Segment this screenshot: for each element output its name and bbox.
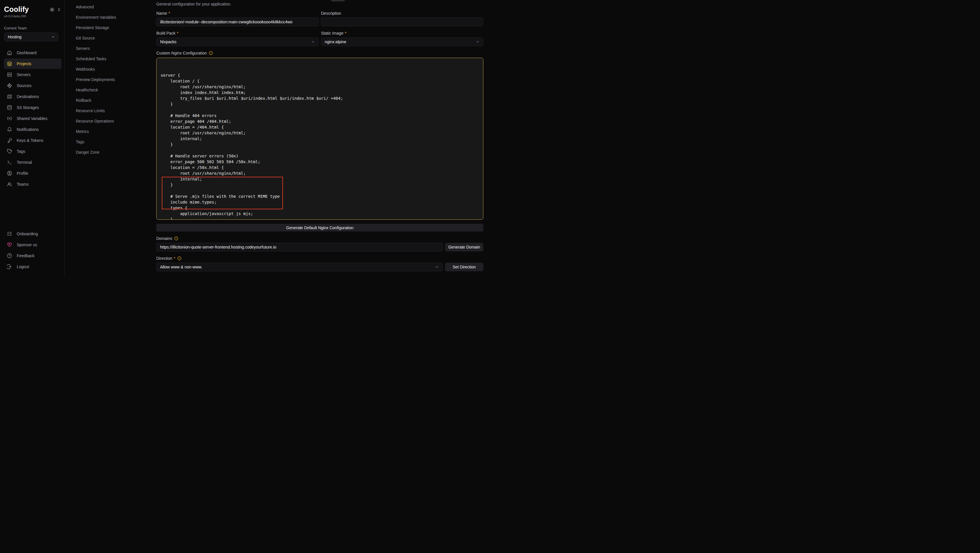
sidebar-nav: DashboardProjectsServersSourcesDestinati… [4,48,61,190]
tag-icon [7,149,12,154]
settings-nav-item-persistent-storage[interactable]: Persistent Storage [76,22,144,33]
team-select[interactable]: Hosting [4,33,58,41]
chevron-down-icon [476,40,480,44]
settings-nav-item-resource-operations[interactable]: Resource Operations [76,116,144,126]
chevron-down-icon [311,40,315,44]
settings-nav-item-servers[interactable]: Servers [76,43,144,54]
static-image-select[interactable]: nginx:alpine [321,38,484,46]
key-icon [7,138,12,143]
theme-sun-icon[interactable] [49,7,54,12]
brand-row: Coolify [4,5,61,14]
settings-nav-item-tags[interactable]: Tags [76,137,144,147]
sidebar-item-label: Profile [17,171,28,176]
settings-nav-item-resource-limits[interactable]: Resource Limits [76,105,144,116]
sidebar-item-sources[interactable]: Sources [4,81,61,91]
git-branch-icon [7,83,12,88]
sidebar-item-label: Feedback [17,253,34,258]
code-line: error_page 500 502 503 504 /50x.html; [161,159,479,165]
sidebar-item-label: Logout [17,264,29,269]
sidebar-item-label: Onboarding [17,232,38,236]
chevron-up-down-icon[interactable] [57,8,61,11]
required-asterisk: * [177,31,178,35]
sidebar: Coolify v4.0.0-beta.399 Current Team Hos… [0,0,65,276]
sidebar-item-terminal[interactable]: Terminal [4,157,61,167]
variable-icon [7,116,12,121]
domains-label: Domains [156,236,484,241]
layers-icon [7,61,12,66]
sidebar-item-shared-variables[interactable]: Shared Variables [4,113,61,124]
code-line: location / { [161,78,479,84]
sidebar-item-teams[interactable]: Teams [4,179,61,189]
build-pack-select[interactable]: Nixpacks [156,38,319,46]
settings-nav-item-git-source[interactable]: Git Source [76,33,144,43]
user-circle-icon [7,171,12,176]
code-line: internal; [161,176,479,182]
settings-nav-item-preview-deployments[interactable]: Preview Deployments [76,75,144,85]
sidebar-item-label: Notifications [17,127,39,132]
sidebar-item-label: Shared Variables [17,116,47,121]
sidebar-item-feedback[interactable]: Feedback [4,251,61,261]
sidebar-item-label: Servers [17,72,30,77]
direction-value: Allow www & non-www. [160,265,202,269]
sidebar-item-label: Destinations [17,94,39,99]
code-line: types { [161,205,479,211]
code-line: root /usr/share/nginx/html; [161,84,479,90]
settings-nav-item-healthcheck[interactable]: Healthcheck [76,85,144,95]
nginx-config-textarea[interactable]: server { location / { root /usr/share/ng… [156,58,484,220]
sidebar-item-logout[interactable]: Logout [4,262,61,272]
sidebar-item-projects[interactable]: Projects [4,59,61,69]
description-input[interactable] [321,17,484,26]
sidebar-item-label: Teams [17,182,29,186]
code-line: index index.html index.htm; [161,90,479,95]
sidebar-item-keys-tokens[interactable]: Keys & Tokens [4,135,61,146]
sidebar-item-sponsor-us[interactable]: Sponsor us [4,240,61,250]
name-input[interactable] [156,17,319,26]
code-line: include mime.types; [161,199,479,205]
sidebar-item-notifications[interactable]: Notifications [4,124,61,135]
required-asterisk: * [169,11,170,16]
info-icon[interactable] [177,256,181,261]
generate-domain-button[interactable]: Generate Domain [445,243,484,251]
code-line: application/javascript js mjs; [161,211,479,216]
direction-select[interactable]: Allow www & non-www. [156,263,443,271]
terminal-icon [7,160,12,165]
users-icon [7,182,12,187]
logout-icon [7,264,12,269]
sidebar-item-dashboard[interactable]: Dashboard [4,48,61,58]
sidebar-item-destinations[interactable]: Destinations [4,91,61,102]
team-select-value: Hosting [8,35,21,39]
sidebar-item-servers[interactable]: Servers [4,70,61,80]
code-line [161,147,479,153]
sidebar-footer-nav: OnboardingSponsor usFeedbackLogout [4,229,61,272]
bell-icon [7,127,12,132]
generate-nginx-config-button[interactable]: Generate Default Nginx Configuration [156,224,484,232]
code-line: server { [161,72,479,78]
domains-input[interactable] [156,243,443,251]
settings-nav-item-environment-variables[interactable]: Environment Variables [76,12,144,22]
code-line: error_page 404 /404.html; [161,119,479,124]
clipped-tab-fragment [331,0,345,2]
required-asterisk: * [173,256,175,261]
static-image-label: Static Image* [321,31,484,35]
code-line: # Serve .mjs files with the correct MIME… [161,194,479,199]
set-direction-button[interactable]: Set Direction [445,263,484,271]
settings-nav-item-advanced[interactable]: Advanced [76,2,144,12]
sidebar-item-profile[interactable]: Profile [4,168,61,178]
code-line: try_files $uri $uri.html $uri/index.html… [161,95,479,101]
settings-nav-item-rollback[interactable]: Rollback [76,95,144,105]
heart-hands-icon [7,242,12,247]
required-asterisk: * [345,31,346,35]
map-icon [7,94,12,99]
settings-nav-item-webhooks[interactable]: Webhooks [76,64,144,75]
code-line: } [161,216,479,220]
settings-nav-item-danger-zone[interactable]: Danger Zone [76,147,144,157]
code-line: } [161,182,479,188]
sidebar-item-onboarding[interactable]: Onboarding [4,229,61,239]
sidebar-item-tags[interactable]: Tags [4,146,61,157]
sidebar-item-s3-storages[interactable]: S3 Storages [4,102,61,113]
settings-nav-item-metrics[interactable]: Metrics [76,126,144,137]
info-icon[interactable] [209,51,213,55]
settings-nav-item-scheduled-tasks[interactable]: Scheduled Tasks [76,54,144,64]
current-team-label: Current Team [4,26,61,30]
info-icon[interactable] [174,237,178,240]
